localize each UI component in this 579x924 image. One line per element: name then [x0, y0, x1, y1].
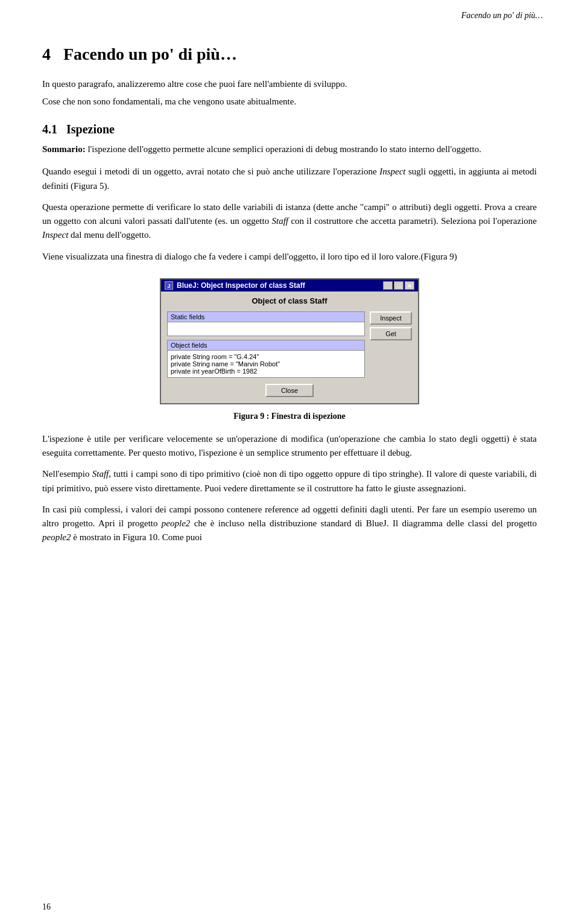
static-fields-header: Static fields: [168, 312, 364, 322]
minimize-button[interactable]: _: [383, 281, 393, 290]
object-fields-header: Object fields: [168, 340, 364, 351]
field-name: private String name = "Marvin Robot": [171, 360, 361, 368]
dialog-titlebar: J BlueJ: Object Inspector of class Staff…: [161, 279, 418, 292]
bluej-icon: J: [165, 281, 173, 290]
post-para-1: L'ispezione è utile per verificare veloc…: [42, 432, 537, 460]
dialog-main-area: Static fields Object fields private Stri…: [167, 311, 412, 378]
page-header: Facendo un po' di più…: [0, 0, 579, 27]
summary-block: Sommario: l'ispezione dell'oggetto perme…: [42, 142, 537, 156]
chapter-number: 4: [42, 45, 51, 63]
dialog-title: BlueJ: Object Inspector of class Staff: [177, 281, 305, 290]
chapter-title: 4 Facendo un po' di più…: [42, 45, 537, 64]
object-fields-section: Object fields private String room = "G.4…: [167, 340, 365, 378]
maximize-button[interactable]: □: [394, 281, 403, 290]
dialog-buttons-panel: Inspect Get: [370, 311, 412, 378]
post-para-3: In casi più complessi, i valori dei camp…: [42, 503, 537, 545]
dialog-class-label: Object of class Staff: [167, 296, 412, 305]
body-para-3: Viene visualizzata una finestra di dialo…: [42, 250, 537, 264]
static-fields-body: [168, 322, 364, 336]
page-number: 16: [42, 902, 51, 911]
page-content: 4 Facendo un po' di più… In questo parag…: [0, 27, 579, 576]
object-fields-body: private String room = "G.4.24" private S…: [168, 351, 364, 377]
header-text: Facendo un po' di più…: [461, 11, 543, 20]
dialog-titlebar-left: J BlueJ: Object Inspector of class Staff: [165, 281, 305, 290]
section-title-text: Ispezione: [66, 123, 115, 136]
section-number: 4.1: [42, 123, 57, 136]
body-para-1: Quando esegui i metodi di un oggetto, av…: [42, 165, 537, 193]
intro-line1: In questo paragrafo, analizzeremo altre …: [42, 77, 537, 91]
get-button[interactable]: Get: [370, 327, 412, 340]
figure-caption: Figura 9 : Finestra di ispezione: [42, 412, 537, 421]
dialog-titlebar-controls: _ □ ✕: [383, 281, 414, 290]
summary-label: Sommario:: [42, 144, 86, 154]
static-fields-section: Static fields: [167, 311, 365, 336]
inspect-button[interactable]: Inspect: [370, 311, 412, 325]
chapter-title-text: Facendo un po' di più…: [63, 45, 237, 63]
dialog-close-row: Close: [167, 384, 412, 397]
close-button[interactable]: Close: [265, 384, 314, 397]
field-year: private int yearOfBirth = 1982: [171, 368, 361, 375]
close-title-button[interactable]: ✕: [405, 281, 414, 290]
dialog-body: Object of class Staff Static fields Obje…: [161, 292, 418, 403]
dialog-window: J BlueJ: Object Inspector of class Staff…: [160, 278, 419, 404]
body-para-2: Questa operazione permette di verificare…: [42, 200, 537, 243]
intro-line2: Cose che non sono fondamentali, ma che v…: [42, 95, 537, 109]
summary-text: l'ispezione dell'oggetto permette alcune…: [87, 144, 481, 154]
dialog-container: J BlueJ: Object Inspector of class Staff…: [42, 278, 537, 404]
field-room: private String room = "G.4.24": [171, 353, 361, 360]
dialog-fields-panel: Static fields Object fields private Stri…: [167, 311, 365, 378]
section-title: 4.1 Ispezione: [42, 123, 537, 136]
post-para-2: Nell'esempio Staff, tutti i campi sono d…: [42, 467, 537, 495]
page-footer: 16: [42, 902, 51, 912]
